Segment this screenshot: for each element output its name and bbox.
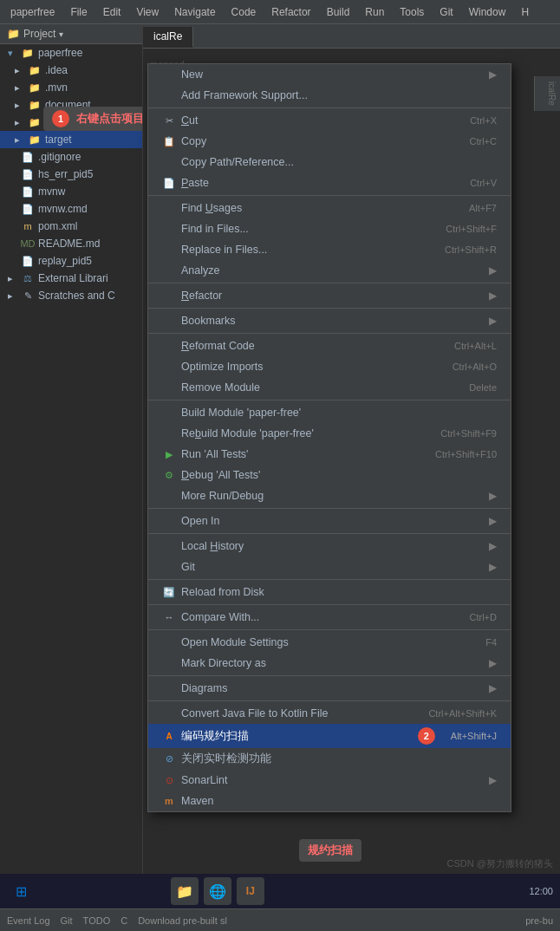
menubar-view[interactable]: View [129, 4, 166, 20]
statusbar-todo[interactable]: TODO [83, 915, 111, 926]
menubar-build[interactable]: Build [320, 4, 357, 20]
tooltip-right-click: 1 右键点击项目 [43, 107, 143, 131]
tree-item-target[interactable]: ▸ 📁 target [0, 131, 142, 148]
local-history-arrow: ▶ [489, 540, 497, 552]
cm-item-new[interactable]: New ▶ [148, 64, 511, 85]
run-icon: ▶ [162, 447, 176, 461]
taskbar-intellij[interactable]: IJ [237, 877, 264, 905]
statusbar-c[interactable]: C [120, 915, 127, 926]
cm-item-compare[interactable]: ↔ Compare With... Ctrl+D [148, 607, 511, 628]
git-icon [162, 560, 176, 574]
taskbar-browser[interactable]: 🌐 [204, 877, 231, 905]
find-in-files-shortcut: Ctrl+Shift+F [446, 224, 497, 234]
tree-item-mvn[interactable]: ▸ 📁 .mvn [0, 79, 142, 96]
statusbar-event-log[interactable]: Event Log [7, 915, 50, 926]
cm-label-diagrams: Diagrams [181, 682, 228, 694]
cm-item-find-in-files[interactable]: Find in Files... Ctrl+Shift+F [148, 218, 511, 239]
cm-item-debug-tests[interactable]: ⚙ Debug 'All Tests' [148, 465, 511, 485]
cm-item-reload[interactable]: 🔄 Reload from Disk [148, 582, 511, 602]
tree-item-hs-err[interactable]: 📄 hs_err_pid5 [0, 166, 142, 183]
cm-item-remove-module[interactable]: Remove Module Delete [148, 377, 511, 398]
menubar-file[interactable]: File [63, 4, 94, 20]
git-label: Git [61, 915, 73, 926]
tree-item-mvnw-cmd[interactable]: 📄 mvnw.cmd [0, 200, 142, 218]
cm-label-add-framework: Add Framework Support... [181, 89, 308, 101]
bookmarks-icon [162, 314, 176, 328]
menubar-edit[interactable]: Edit [96, 4, 128, 20]
cm-item-more-run-debug[interactable]: More Run/Debug ▶ [148, 485, 511, 506]
tree-item-replay[interactable]: 📄 replay_pid5 [0, 252, 142, 270]
menubar-git[interactable]: Git [433, 4, 459, 20]
cm-label-find-in-files: Find in Files... [181, 223, 249, 235]
cut-icon: ✂ [162, 114, 176, 127]
code-scan-shortcut: Alt+Shift+J [451, 731, 497, 741]
cm-item-open-module-settings[interactable]: Open Module Settings F4 [148, 632, 511, 653]
tab-icalre[interactable]: icalRe [143, 27, 193, 48]
tree-item-pom[interactable]: m pom.xml [0, 218, 142, 235]
menubar-h[interactable]: H [514, 4, 536, 20]
cm-item-diagrams[interactable]: Diagrams ▶ [148, 678, 511, 699]
cm-item-reformat[interactable]: Reformat Code Ctrl+Alt+L [148, 335, 511, 356]
statusbar-right: pre-bu [525, 915, 553, 926]
cm-item-disable-realtime[interactable]: ⊘ 关闭实时检测功能 [148, 748, 511, 770]
tree-item-paperfree[interactable]: ▾ 📁 paperfree [0, 44, 142, 62]
menubar-refactor[interactable]: Refactor [264, 4, 317, 20]
optimize-shortcut: Ctrl+Alt+O [453, 361, 497, 372]
cm-item-find-usages[interactable]: Find Usages Alt+F7 [148, 198, 511, 218]
cm-item-maven[interactable]: m Maven [148, 791, 511, 811]
tree-item-scratches[interactable]: ▸ ✎ Scratches and C [0, 287, 142, 304]
tree-label-mvnw: mvnw [38, 186, 65, 198]
cm-item-rebuild-module[interactable]: Rebuild Module 'paper-free' Ctrl+Shift+F… [148, 423, 511, 444]
cm-item-mark-directory[interactable]: Mark Directory as ▶ [148, 653, 511, 674]
cm-item-open-in[interactable]: Open In ▶ [148, 511, 511, 531]
separator [148, 400, 511, 400]
cm-item-git[interactable]: Git ▶ [148, 557, 511, 577]
cm-item-build-module[interactable]: Build Module 'paper-free' [148, 402, 511, 423]
menubar-run[interactable]: Run [358, 4, 391, 20]
taskbar-folder[interactable]: 📁 [171, 877, 199, 905]
tree-item-readme[interactable]: MD README.md [0, 235, 142, 252]
tooltip-text-1: 右键点击项目 [76, 112, 143, 125]
cm-item-code-scan[interactable]: A 编码规约扫描 2 Alt+Shift+J [148, 724, 511, 748]
tree-item-external[interactable]: ▸ ⚖ External Librari [0, 270, 142, 287]
cm-item-refactor[interactable]: Refactor ▶ [148, 285, 511, 306]
cm-item-analyze[interactable]: Analyze ▶ [148, 260, 511, 281]
tree-label-gitignore: .gitignore [38, 151, 81, 163]
menubar-code[interactable]: Code [225, 4, 264, 20]
menubar-tools[interactable]: Tools [393, 4, 431, 20]
tree-item-gitignore[interactable]: 📄 .gitignore [0, 148, 142, 166]
run-shortcut: Ctrl+Shift+F10 [435, 449, 497, 459]
cm-item-replace-in-files[interactable]: Replace in Files... Ctrl+Shift+R [148, 239, 511, 260]
cm-item-copy[interactable]: 📋 Copy Ctrl+C [148, 131, 511, 152]
cm-item-local-history[interactable]: Local History ▶ [148, 536, 511, 557]
tree-item-idea[interactable]: ▸ 📁 .idea [0, 62, 142, 79]
start-button[interactable]: ⊞ [7, 877, 35, 905]
menubar-window[interactable]: Window [462, 4, 513, 20]
cm-item-run-tests[interactable]: ▶ Run 'All Tests' Ctrl+Shift+F10 [148, 444, 511, 465]
badge-1: 1 [52, 110, 69, 127]
cm-label-reload: Reload from Disk [181, 586, 264, 598]
framework-icon [162, 88, 176, 102]
convert-icon [162, 706, 176, 720]
project-dropdown[interactable]: 📁 Project ▾ [7, 28, 63, 40]
cm-item-bookmarks[interactable]: Bookmarks ▶ [148, 310, 511, 331]
cm-item-paste[interactable]: 📄 Paste Ctrl+V [148, 173, 511, 193]
separator [148, 195, 511, 196]
cm-label-more-run-debug: More Run/Debug [181, 490, 264, 502]
tree-item-mvnw[interactable]: 📄 mvnw [0, 183, 142, 200]
cm-item-optimize[interactable]: Optimize Imports Ctrl+Alt+O [148, 356, 511, 377]
cm-item-cut[interactable]: ✂ Cut Ctrl+X [148, 110, 511, 131]
menubar-navigate[interactable]: Navigate [167, 4, 222, 20]
cm-item-convert-java[interactable]: Convert Java File to Kotlin File Ctrl+Al… [148, 703, 511, 724]
open-module-shortcut: F4 [485, 637, 497, 648]
separator [148, 700, 511, 701]
windows-taskbar: ⊞ 📁 🌐 IJ 12:00 [0, 874, 560, 908]
menubar-app[interactable]: paperfree [3, 4, 62, 20]
cm-item-copy-path[interactable]: Copy Path/Reference... [148, 152, 511, 173]
statusbar-git[interactable]: Git [61, 915, 73, 926]
cm-item-sonarlint[interactable]: ⊙ SonarLint ▶ [148, 770, 511, 791]
cm-item-add-framework[interactable]: Add Framework Support... [148, 85, 511, 106]
tree-label-paperfree: paperfree [38, 47, 82, 59]
bookmarks-arrow: ▶ [489, 315, 497, 327]
rebuild-shortcut: Ctrl+Shift+F9 [440, 428, 497, 439]
